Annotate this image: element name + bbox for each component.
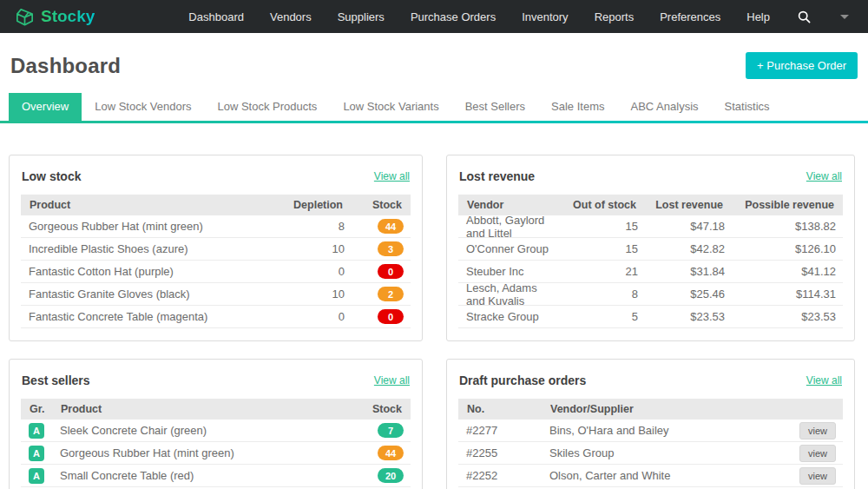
page-title: Dashboard <box>10 54 121 78</box>
table-row: Incredible Plastic Shoes (azure) 10 3 <box>21 238 411 261</box>
tab-overview[interactable]: Overview <box>9 93 82 121</box>
lost-revenue-card: Lost revenue View all Vendor Out of stoc… <box>446 155 855 341</box>
tab-low-stock-vendors[interactable]: Low Stock Vendors <box>82 93 204 121</box>
lost-revenue-value: $31.84 <box>638 265 725 278</box>
nav-item-help[interactable]: Help <box>746 10 770 23</box>
best-sellers-card: Best sellers View all Gr. Product Stock … <box>9 359 423 489</box>
grade-badge: A <box>29 468 44 484</box>
out-of-stock-value: 15 <box>556 242 638 255</box>
column-header-number: No. <box>467 403 550 415</box>
table-row: #2252 Olson, Carter and White view <box>458 465 843 487</box>
lost-revenue-value: $47.18 <box>638 220 725 233</box>
vendor-name: Steuber Inc <box>466 265 556 278</box>
product-name: Fantastic Granite Gloves (black) <box>29 287 262 301</box>
draft-po-view-all-link[interactable]: View all <box>806 374 842 387</box>
column-header-stock: Stock <box>343 199 402 211</box>
tab-best-sellers[interactable]: Best Sellers <box>452 93 538 121</box>
low-stock-view-all-link[interactable]: View all <box>374 170 410 182</box>
account-chevron-down-icon[interactable] <box>840 15 849 19</box>
column-header-depletion: Depletion <box>260 199 343 211</box>
lost-revenue-view-all-link[interactable]: View all <box>806 170 842 182</box>
stock-badge: 44 <box>378 219 404 234</box>
depletion-value: 0 <box>262 265 345 278</box>
brand-name: Stocky <box>41 7 95 26</box>
product-name: Small Concrete Table (red) <box>60 469 345 482</box>
view-button[interactable]: view <box>799 422 836 439</box>
product-name: Fantastic Cotton Hat (purple) <box>29 265 262 278</box>
vendor-supplier-name: Bins, O'Hara and Bailey <box>549 424 792 437</box>
stock-badge: 20 <box>378 468 404 483</box>
column-header-product: Product <box>61 403 343 415</box>
table-row: O'Conner Group 15 $42.82 $126.10 <box>458 238 843 261</box>
draft-purchase-orders-card: Draft purchase orders View all No. Vendo… <box>446 359 855 489</box>
lost-revenue-value: $25.46 <box>638 287 725 301</box>
nav-item-preferences[interactable]: Preferences <box>660 10 720 23</box>
stock-badge: 0 <box>378 264 404 279</box>
grade-badge: A <box>29 446 44 461</box>
table-row: Lesch, Adams and Kuvalis 8 $25.46 $114.3… <box>458 283 843 306</box>
nav-item-purchase-orders[interactable]: Purchase Orders <box>411 10 496 23</box>
nav-item-vendors[interactable]: Vendors <box>270 10 312 23</box>
table-row: Steuber Inc 21 $31.84 $41.12 <box>458 261 843 283</box>
out-of-stock-value: 15 <box>556 220 638 233</box>
nav-item-reports[interactable]: Reports <box>595 10 635 23</box>
out-of-stock-value: 5 <box>556 310 638 323</box>
column-header-vendor: Vendor <box>467 199 554 211</box>
table-header: Product Depletion Stock <box>21 195 411 215</box>
column-header-possible-revenue: Possible revenue <box>723 199 834 211</box>
view-button[interactable]: view <box>799 467 836 485</box>
stock-badge: 7 <box>378 423 404 438</box>
card-title-low-stock: Low stock <box>22 169 81 183</box>
possible-revenue-value: $138.82 <box>725 220 836 233</box>
column-header-grade: Gr. <box>30 403 61 415</box>
depletion-value: 10 <box>262 287 345 301</box>
column-header-product: Product <box>30 199 260 211</box>
stock-badge: 44 <box>378 446 404 460</box>
tab-low-stock-variants[interactable]: Low Stock Variants <box>330 93 451 121</box>
table-row: Abbott, Gaylord and Littel 15 $47.18 $13… <box>458 215 843 238</box>
lost-revenue-value: $42.82 <box>638 242 725 255</box>
vendor-name: Stracke Group <box>466 310 556 323</box>
card-title-best-sellers: Best sellers <box>22 373 90 387</box>
low-stock-table: Product Depletion Stock Gorgeous Rubber … <box>21 195 411 328</box>
table-row: Gorgeous Rubber Hat (mint green) 8 44 <box>21 215 411 238</box>
table-row: #2255 Skiles Group view <box>458 442 843 465</box>
vendor-supplier-name: Skiles Group <box>549 446 792 459</box>
table-row: Stracke Group 5 $23.53 $23.53 <box>458 306 843 328</box>
possible-revenue-value: $23.53 <box>725 310 836 323</box>
possible-revenue-value: $126.10 <box>725 242 836 255</box>
page-header: Dashboard + Purchase Order <box>0 33 868 93</box>
tab-low-stock-products[interactable]: Low Stock Products <box>204 93 330 121</box>
best-sellers-view-all-link[interactable]: View all <box>374 374 410 387</box>
nav-item-dashboard[interactable]: Dashboard <box>188 10 244 23</box>
stock-badge: 3 <box>378 241 404 256</box>
nav-item-inventory[interactable]: Inventory <box>522 10 568 23</box>
tab-statistics[interactable]: Statistics <box>712 93 783 121</box>
po-number: #2277 <box>466 424 549 437</box>
table-row: A Gorgeous Rubber Hat (mint green) 44 <box>21 442 411 465</box>
new-purchase-order-button[interactable]: + Purchase Order <box>746 52 858 79</box>
low-stock-card: Low stock View all Product Depletion Sto… <box>9 155 423 341</box>
brand-logo[interactable]: Stocky <box>14 6 95 28</box>
product-name: Gorgeous Rubber Hat (mint green) <box>29 220 262 233</box>
table-header: Vendor Out of stock Lost revenue Possibl… <box>458 195 843 215</box>
vendor-name: O'Conner Group <box>466 242 556 255</box>
table-row: #2277 Bins, O'Hara and Bailey view <box>458 420 843 442</box>
card-title-draft-purchase-orders: Draft purchase orders <box>459 373 586 387</box>
tab-sale-items[interactable]: Sale Items <box>538 93 617 121</box>
dashboard-tabs: Overview Low Stock Vendors Low Stock Pro… <box>0 93 868 121</box>
search-icon[interactable] <box>798 10 811 23</box>
nav-item-suppliers[interactable]: Suppliers <box>338 10 385 23</box>
vendor-name: Abbott, Gaylord and Littel <box>466 214 556 240</box>
column-header-stock: Stock <box>343 403 402 415</box>
lost-revenue-table: Vendor Out of stock Lost revenue Possibl… <box>458 195 843 328</box>
cards-grid: Low stock View all Product Depletion Sto… <box>0 123 868 489</box>
view-button[interactable]: view <box>799 445 836 462</box>
product-name: Gorgeous Rubber Hat (mint green) <box>60 446 345 459</box>
vendor-name: Lesch, Adams and Kuvalis <box>466 281 556 307</box>
column-header-out-of-stock: Out of stock <box>554 199 636 211</box>
depletion-value: 8 <box>262 220 345 233</box>
card-title-lost-revenue: Lost revenue <box>459 169 535 183</box>
tab-abc-analysis[interactable]: ABC Analysis <box>617 93 711 121</box>
box-icon <box>14 6 36 28</box>
